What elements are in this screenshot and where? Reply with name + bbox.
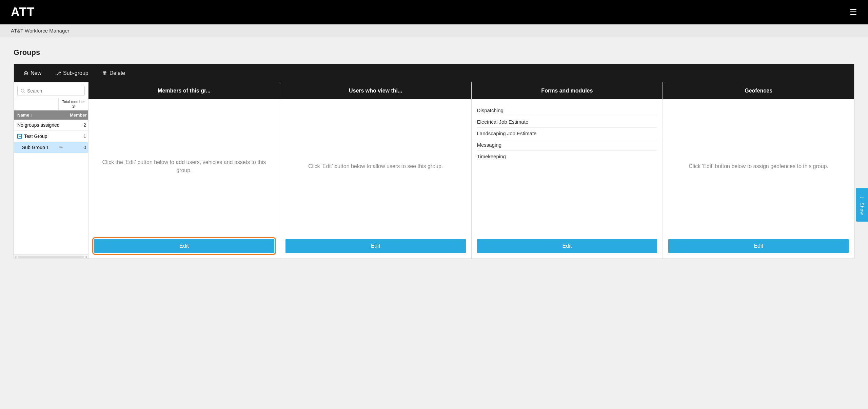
group-name-cell: Sub Group 1 ✏ <box>14 142 68 153</box>
search-input[interactable] <box>17 86 85 96</box>
groups-body: Total member 3 Name ↑ Member <box>14 82 854 259</box>
group-row[interactable]: Sub Group 1 ✏ 0 <box>14 142 88 153</box>
groups-toolbar: ⊕ New ⎇ Sub-group 🗑 Delete <box>14 64 854 82</box>
page-title: Groups <box>14 48 854 57</box>
main-content: Groups ⊕ New ⎇ Sub-group 🗑 Delete <box>0 37 868 270</box>
col-name-header[interactable]: Name ↑ <box>14 110 68 120</box>
show-panel[interactable]: ← Show <box>856 188 868 222</box>
group-name-cell: Test Group <box>14 131 68 142</box>
geofences-panel: Geofences Click 'Edit' button below to a… <box>663 82 854 259</box>
group-row[interactable]: Test Group 1 <box>14 131 88 142</box>
forms-edit-button[interactable]: Edit <box>477 239 657 253</box>
show-panel-arrow-icon: ← <box>859 194 865 201</box>
forms-panel-header: Forms and modules <box>472 82 663 99</box>
users-view-panel: Users who view thi... Click 'Edit' butto… <box>280 82 472 259</box>
groups-container: ⊕ New ⎇ Sub-group 🗑 Delete <box>14 64 854 259</box>
list-item: Timekeeping <box>477 151 657 162</box>
app-logo: ATT <box>11 5 35 19</box>
pencil-icon[interactable]: ✏ <box>59 145 64 150</box>
geofences-panel-footer: Edit <box>663 233 854 259</box>
forms-list: Dispatching Electrical Job Estimate Land… <box>477 105 657 162</box>
plus-circle-icon: ⊕ <box>23 69 28 77</box>
members-panel: Members of this gr... Click the 'Edit' b… <box>88 82 280 259</box>
scroll-right-arrow[interactable]: › <box>85 254 87 259</box>
sidebar-header-row: Total member 3 <box>14 98 88 110</box>
breadcrumb: AT&T Workforce Manager <box>0 24 868 37</box>
top-nav: ATT ☰ <box>0 0 868 24</box>
scrollbar-track[interactable] <box>18 256 84 258</box>
scroll-left-arrow[interactable]: ‹ <box>15 254 17 259</box>
group-members-cell: 2 <box>68 120 88 130</box>
menu-icon[interactable]: ☰ <box>850 7 857 17</box>
users-view-edit-button[interactable]: Edit <box>285 239 466 253</box>
groups-sidebar: Total member 3 Name ↑ Member <box>14 82 88 259</box>
list-item: Electrical Job Estimate <box>477 116 657 128</box>
group-members-cell: 0 <box>68 142 88 153</box>
members-edit-button[interactable]: Edit <box>94 239 274 253</box>
sidebar-scrollbar[interactable]: ‹ › <box>14 254 88 259</box>
subgroup-icon: ⎇ <box>55 70 61 77</box>
group-name-cell: No groups assigned <box>14 120 68 130</box>
members-panel-footer: Edit <box>88 233 280 259</box>
users-view-panel-footer: Edit <box>280 233 471 259</box>
col-members-header: Member <box>68 110 88 120</box>
members-empty-text: Click the 'Edit' button below to add use… <box>94 105 274 228</box>
trash-icon: 🗑 <box>102 70 107 76</box>
show-panel-label: Show <box>860 203 865 215</box>
forms-panel: Forms and modules Dispatching Electrical… <box>472 82 663 259</box>
groups-panels: Members of this gr... Click the 'Edit' b… <box>88 82 854 259</box>
list-item: Messaging <box>477 139 657 151</box>
members-panel-body: Click the 'Edit' button below to add use… <box>88 99 280 233</box>
total-members-cell: Total member 3 <box>58 98 88 110</box>
geofences-edit-button[interactable]: Edit <box>668 239 849 253</box>
users-view-panel-header: Users who view thi... <box>280 82 471 99</box>
search-wrapper <box>14 82 88 98</box>
collapse-icon[interactable] <box>17 134 22 139</box>
subgroup-button[interactable]: ⎇ Sub-group <box>52 69 91 78</box>
users-view-panel-body: Click 'Edit' button below to allow users… <box>280 99 471 233</box>
list-item: Landscaping Job Estimate <box>477 128 657 139</box>
table-header: Name ↑ Member <box>14 110 88 120</box>
groups-list: No groups assigned 2 Test Group 1 <box>14 120 88 254</box>
users-view-empty-text: Click 'Edit' button below to allow users… <box>285 105 466 228</box>
forms-panel-footer: Edit <box>472 233 663 259</box>
forms-panel-body: Dispatching Electrical Job Estimate Land… <box>472 99 663 233</box>
geofences-panel-header: Geofences <box>663 82 854 99</box>
group-row[interactable]: No groups assigned 2 <box>14 120 88 131</box>
geofences-empty-text: Click 'Edit' button below to assign geof… <box>668 105 849 228</box>
geofences-panel-body: Click 'Edit' button below to assign geof… <box>663 99 854 233</box>
delete-button[interactable]: 🗑 Delete <box>99 69 128 78</box>
new-button[interactable]: ⊕ New <box>21 68 44 78</box>
list-item: Dispatching <box>477 105 657 116</box>
group-members-cell: 1 <box>68 131 88 142</box>
members-panel-header: Members of this gr... <box>88 82 280 99</box>
